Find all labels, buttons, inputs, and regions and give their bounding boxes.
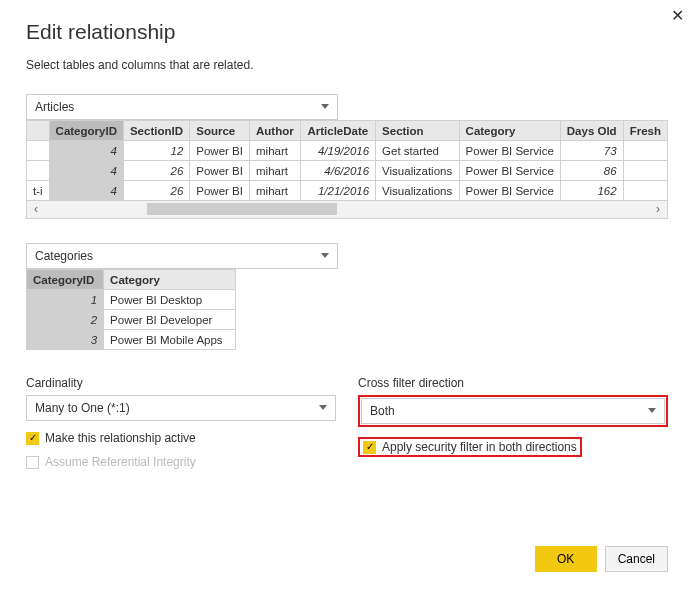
- scroll-right-icon[interactable]: ›: [649, 201, 667, 218]
- cell: Get started: [376, 141, 460, 161]
- cell: 2: [27, 310, 104, 330]
- integrity-label: Assume Referential Integrity: [45, 455, 196, 469]
- col2-categoryid[interactable]: CategoryID: [27, 270, 104, 290]
- cell: 86: [560, 161, 623, 181]
- cell: mihart: [250, 161, 301, 181]
- chevron-down-icon: [648, 408, 656, 413]
- cell: Power BI Service: [459, 161, 560, 181]
- cell: 4/19/2016: [301, 141, 376, 161]
- chevron-down-icon: [321, 253, 329, 258]
- cancel-button[interactable]: Cancel: [605, 546, 668, 572]
- cell: 1/21/2016: [301, 181, 376, 201]
- col-daysold[interactable]: Days Old: [560, 121, 623, 141]
- cell: 4: [49, 181, 123, 201]
- cardinality-label: Cardinality: [26, 376, 336, 390]
- table2-selected: Categories: [35, 249, 93, 263]
- scroll-left-icon[interactable]: ‹: [27, 201, 45, 218]
- col-category[interactable]: Category: [459, 121, 560, 141]
- col-author[interactable]: Author: [250, 121, 301, 141]
- col2-category[interactable]: Category: [104, 270, 236, 290]
- table-row[interactable]: 3Power BI Mobile Apps: [27, 330, 236, 350]
- cell: 4: [49, 161, 123, 181]
- cell: Power BI: [190, 161, 250, 181]
- cell: Power BI: [190, 141, 250, 161]
- cell: 3: [27, 330, 104, 350]
- close-icon[interactable]: ✕: [671, 6, 684, 25]
- table-row[interactable]: 426Power BImihart4/6/2016VisualizationsP…: [27, 161, 668, 181]
- cell: [27, 161, 50, 181]
- cell: Power BI Developer: [104, 310, 236, 330]
- cell: Visualizations: [376, 161, 460, 181]
- cell: Power BI Mobile Apps: [104, 330, 236, 350]
- cell: Power BI Service: [459, 141, 560, 161]
- crossfilter-dropdown[interactable]: Both: [361, 398, 665, 424]
- chevron-down-icon: [319, 405, 327, 410]
- cell: [27, 141, 50, 161]
- cell: 26: [123, 161, 189, 181]
- cell: mihart: [250, 141, 301, 161]
- table-row[interactable]: 2Power BI Developer: [27, 310, 236, 330]
- table2-preview: CategoryID Category 1Power BI Desktop2Po…: [26, 269, 236, 350]
- cell: 4: [49, 141, 123, 161]
- cell: 26: [123, 181, 189, 201]
- table-row[interactable]: 1Power BI Desktop: [27, 290, 236, 310]
- col-section[interactable]: Section: [376, 121, 460, 141]
- table2-dropdown[interactable]: Categories: [26, 243, 338, 269]
- cell: Power BI: [190, 181, 250, 201]
- chevron-down-icon: [321, 104, 329, 109]
- dialog-title: Edit relationship: [26, 20, 668, 44]
- cell: 162: [560, 181, 623, 201]
- scroll-thumb[interactable]: [147, 203, 337, 215]
- crossfilter-value: Both: [370, 404, 395, 418]
- table-row[interactable]: t-i426Power BImihart1/21/2016Visualizati…: [27, 181, 668, 201]
- cell: mihart: [250, 181, 301, 201]
- cell: [623, 161, 667, 181]
- security-label: Apply security filter in both directions: [382, 440, 577, 454]
- cell: 1: [27, 290, 104, 310]
- ok-button[interactable]: OK: [535, 546, 597, 572]
- integrity-checkbox: [26, 456, 39, 469]
- table1-preview: CategoryID SectionID Source Author Artic…: [26, 120, 668, 201]
- crossfilter-label: Cross filter direction: [358, 376, 668, 390]
- cell: [623, 141, 667, 161]
- table1-dropdown[interactable]: Articles: [26, 94, 338, 120]
- table-row[interactable]: 412Power BImihart4/19/2016Get startedPow…: [27, 141, 668, 161]
- edit-relationship-dialog: Edit relationship Select tables and colu…: [0, 0, 694, 489]
- cell: t-i: [27, 181, 50, 201]
- col-fresh[interactable]: Fresh: [623, 121, 667, 141]
- active-label: Make this relationship active: [45, 431, 196, 445]
- col-articledate[interactable]: ArticleDate: [301, 121, 376, 141]
- table1-scrollbar[interactable]: ‹ ›: [26, 201, 668, 219]
- col-source[interactable]: Source: [190, 121, 250, 141]
- active-checkbox[interactable]: [26, 432, 39, 445]
- cell: [623, 181, 667, 201]
- cardinality-dropdown[interactable]: Many to One (*:1): [26, 395, 336, 421]
- cell: 4/6/2016: [301, 161, 376, 181]
- cell: 73: [560, 141, 623, 161]
- cell: Power BI Desktop: [104, 290, 236, 310]
- cardinality-value: Many to One (*:1): [35, 401, 130, 415]
- cell: Visualizations: [376, 181, 460, 201]
- cell: Power BI Service: [459, 181, 560, 201]
- col-blank[interactable]: [27, 121, 50, 141]
- cell: 12: [123, 141, 189, 161]
- security-checkbox[interactable]: [363, 441, 376, 454]
- table1-selected: Articles: [35, 100, 74, 114]
- col-sectionid[interactable]: SectionID: [123, 121, 189, 141]
- dialog-subtitle: Select tables and columns that are relat…: [26, 58, 668, 72]
- col-categoryid[interactable]: CategoryID: [49, 121, 123, 141]
